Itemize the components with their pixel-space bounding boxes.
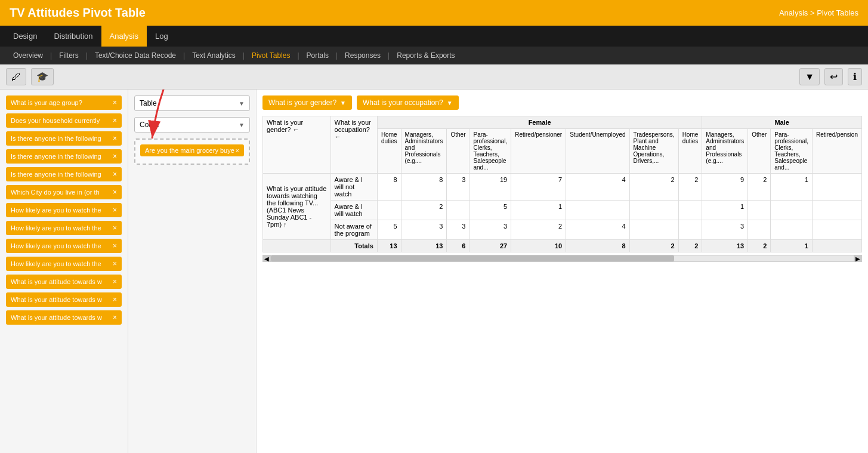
nav-responses[interactable]: Responses bbox=[339, 47, 387, 64]
back-button[interactable]: ↩ bbox=[824, 68, 843, 85]
filter-tag-occupation[interactable]: What is your occupation? ▼ bbox=[357, 95, 459, 110]
nav-text-analytics[interactable]: Text Analytics bbox=[186, 47, 242, 64]
val-1-7 bbox=[678, 201, 702, 220]
tab-log[interactable]: Log bbox=[147, 26, 177, 47]
tot-5: 8 bbox=[566, 240, 629, 252]
val-1-8: 1 bbox=[702, 201, 748, 220]
tot-11 bbox=[812, 240, 861, 252]
row-label-1: Aware & I will watch bbox=[330, 201, 377, 220]
f-col-trades: Tradespersons, Plant and Machine Operati… bbox=[629, 129, 678, 174]
filter-tag-gender[interactable]: What is your gender? ▼ bbox=[262, 95, 352, 110]
filter-button[interactable]: ▼ bbox=[799, 68, 820, 85]
row-var-9[interactable]: How likely are you to watch the × bbox=[6, 257, 122, 271]
tot-6: 2 bbox=[629, 240, 678, 252]
tot-7: 2 bbox=[678, 240, 702, 252]
f-col-managers: Managers, Administrators and Professiona… bbox=[401, 129, 447, 174]
val-1-0 bbox=[377, 201, 401, 220]
breadcrumb: Analysis > Pivot Tables bbox=[779, 8, 858, 17]
val-2-11 bbox=[812, 220, 861, 240]
row-var-3[interactable]: Is there anyone in the following × bbox=[6, 149, 122, 164]
row-var-8[interactable]: How likely are you to watch the × bbox=[6, 239, 122, 253]
tab-bar: Design Distribution Analysis Log bbox=[0, 26, 868, 47]
nav-text-recode[interactable]: Text/Choice Data Recode bbox=[89, 47, 182, 64]
f-col-other: Other bbox=[447, 129, 469, 174]
scroll-left[interactable]: ◀ bbox=[262, 255, 271, 261]
nav-overview[interactable]: Overview bbox=[7, 47, 49, 64]
column-drop-zone[interactable]: Are you the main grocery buye × bbox=[134, 138, 250, 165]
val-2-10 bbox=[771, 220, 813, 240]
val-0-1: 8 bbox=[401, 174, 447, 201]
nav-filters[interactable]: Filters bbox=[53, 47, 85, 64]
nav-portals[interactable]: Portals bbox=[301, 47, 335, 64]
f-col-para: Para-professional, Clerks, Teachers, Sal… bbox=[469, 129, 511, 174]
nav-bar: Overview | Filters | Text/Choice Data Re… bbox=[0, 47, 868, 64]
row-var-4[interactable]: Is there anyone in the following × bbox=[6, 167, 122, 181]
row-var-2[interactable]: Is there anyone in the following × bbox=[6, 131, 122, 146]
row-var-6[interactable]: How likely are you to watch the × bbox=[6, 203, 122, 217]
val-2-3: 3 bbox=[469, 220, 511, 240]
column-var-tag[interactable]: Are you the main grocery buye × bbox=[140, 144, 244, 156]
main-layout: What is your age group? × Does your hous… bbox=[0, 90, 868, 453]
val-2-1: 3 bbox=[401, 220, 447, 240]
row-var-11[interactable]: What is your attitude towards w × bbox=[6, 292, 122, 307]
val-1-4: 1 bbox=[511, 201, 566, 220]
toolbar: 🖊 🎓 ▼ ↩ ℹ bbox=[0, 64, 868, 90]
magic-wand-button[interactable]: 🖊 bbox=[6, 68, 26, 85]
val-0-4: 7 bbox=[511, 174, 566, 201]
tot-8: 13 bbox=[702, 240, 748, 252]
val-0-3: 19 bbox=[469, 174, 511, 201]
table-type-select[interactable]: Table ▼ bbox=[134, 95, 250, 111]
row-var-0[interactable]: What is your age group? × bbox=[6, 95, 122, 110]
totals-label: Totals bbox=[330, 240, 377, 252]
m-col-other: Other bbox=[748, 129, 771, 174]
m-col-para: Para-professional, Clerks, Teachers, Sal… bbox=[771, 129, 813, 174]
sidebar: What is your age group? × Does your hous… bbox=[0, 90, 128, 453]
table-type-caret: ▼ bbox=[239, 100, 245, 107]
count-select[interactable]: Count ▼ bbox=[134, 117, 250, 132]
scroll-right[interactable]: ▶ bbox=[854, 255, 862, 261]
val-2-9 bbox=[748, 220, 771, 240]
val-0-7: 2 bbox=[678, 174, 702, 201]
row-header-cell: What is your gender? ← bbox=[263, 116, 331, 174]
nav-reports[interactable]: Reports & Exports bbox=[391, 47, 461, 64]
tab-design[interactable]: Design bbox=[5, 26, 45, 47]
settings-button[interactable]: 🎓 bbox=[31, 68, 54, 85]
horizontal-scrollbar[interactable]: ◀ ▶ bbox=[262, 255, 862, 262]
m-col-retired: Retired/pension bbox=[812, 129, 861, 174]
val-0-5: 4 bbox=[566, 174, 629, 201]
row-var-1[interactable]: Does your household currently × bbox=[6, 113, 122, 128]
gender-filter-caret: ▼ bbox=[340, 100, 346, 106]
val-1-9 bbox=[748, 201, 771, 220]
tab-analysis[interactable]: Analysis bbox=[101, 26, 147, 47]
val-1-1: 2 bbox=[401, 201, 447, 220]
pivot-table-wrapper: What is your gender? ← What is your occu… bbox=[262, 116, 862, 252]
count-row: Count ▼ bbox=[134, 117, 250, 132]
val-0-10: 1 bbox=[771, 174, 813, 201]
pivot-table: What is your gender? ← What is your occu… bbox=[262, 116, 862, 252]
val-0-8: 9 bbox=[702, 174, 748, 201]
val-1-6 bbox=[629, 201, 678, 220]
nav-pivot-tables[interactable]: Pivot Tables bbox=[246, 47, 296, 64]
row-var-5[interactable]: Which City do you live in (or th × bbox=[6, 185, 122, 199]
tot-9: 2 bbox=[748, 240, 771, 252]
column-zone-wrapper: Are you the main grocery buye × bbox=[134, 138, 250, 165]
val-2-7 bbox=[678, 220, 702, 240]
m-col-managers: Managers, Administrators and Professiona… bbox=[702, 129, 748, 174]
val-2-8: 3 bbox=[702, 220, 748, 240]
f-col-student: Student/Unemployed bbox=[566, 129, 629, 174]
tot-10: 1 bbox=[771, 240, 813, 252]
row-var-10[interactable]: What is your attitude towards w × bbox=[6, 275, 122, 289]
val-0-6: 2 bbox=[629, 174, 678, 201]
val-2-5: 4 bbox=[566, 220, 629, 240]
f-col-retired: Retired/pensioner bbox=[511, 129, 566, 174]
tab-distribution[interactable]: Distribution bbox=[45, 26, 101, 47]
row-var-12[interactable]: What is your attitude towards w × bbox=[6, 310, 122, 325]
val-2-0: 5 bbox=[377, 220, 401, 240]
occ-header-cell: What is your occupation? ← bbox=[330, 116, 377, 174]
row-var-7[interactable]: How likely are you to watch the × bbox=[6, 221, 122, 235]
totals-spacer bbox=[263, 240, 331, 252]
info-button[interactable]: ℹ bbox=[848, 68, 862, 85]
val-1-11 bbox=[812, 201, 861, 220]
scroll-thumb[interactable] bbox=[271, 255, 674, 261]
tot-4: 10 bbox=[511, 240, 566, 252]
